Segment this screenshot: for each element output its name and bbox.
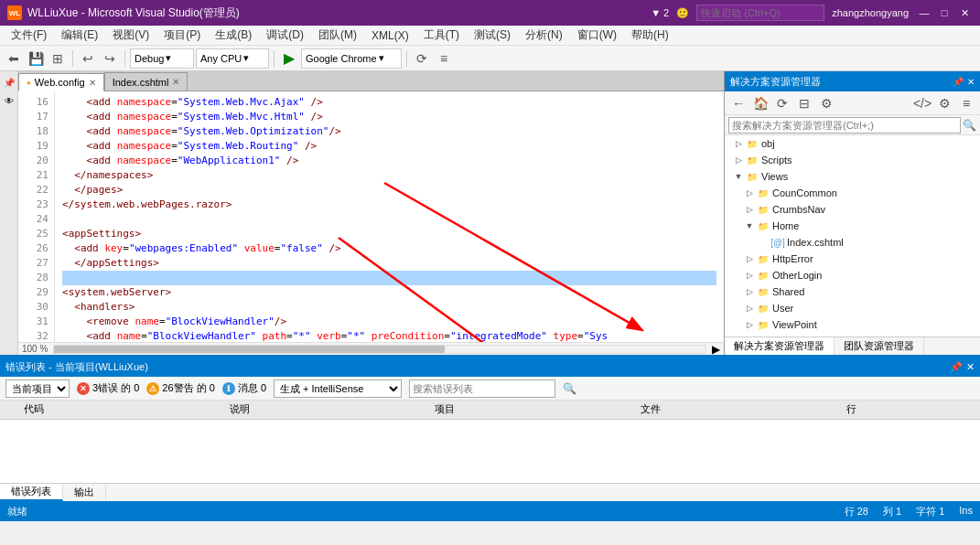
warning-badge[interactable]: ⚠ 26警告 的 0 bbox=[146, 381, 214, 395]
code-editor[interactable]: 1617181920 2122232425 2627282930 3132 <a… bbox=[18, 91, 724, 342]
menu-test[interactable]: 测试(S) bbox=[467, 26, 518, 46]
tree-label-otherlogin: OtherLogin bbox=[772, 270, 822, 281]
error-badge[interactable]: ✕ 3错误 的 0 bbox=[77, 381, 139, 395]
tab-indexcshtml[interactable]: Index.cshtml ✕ bbox=[104, 72, 188, 91]
scrollbar-thumb[interactable] bbox=[54, 346, 445, 353]
tree-item-shared[interactable]: ▷ 📁 Shared bbox=[725, 283, 980, 300]
menu-project[interactable]: 项目(P) bbox=[156, 26, 208, 46]
col-header-code[interactable]: 代码 bbox=[18, 401, 224, 419]
quick-launch-input[interactable] bbox=[696, 5, 824, 21]
tree-item-obj[interactable]: ▷ 📁 obj bbox=[725, 135, 980, 152]
solution-search-input[interactable] bbox=[728, 117, 961, 134]
panel-pin-btn[interactable]: 📌 bbox=[953, 77, 964, 87]
menu-debug[interactable]: 调试(D) bbox=[259, 26, 311, 46]
build-intellisense-select[interactable]: 生成 + IntelliSense bbox=[274, 379, 402, 398]
se-more-btn[interactable]: ≡ bbox=[956, 93, 976, 113]
close-button[interactable]: ✕ bbox=[956, 5, 973, 21]
col-header-file[interactable]: 文件 bbox=[635, 401, 841, 419]
error-panel-close[interactable]: ✕ bbox=[966, 361, 975, 373]
debug-dropdown[interactable]: Debug ▾ bbox=[130, 48, 194, 69]
code-content[interactable]: <add namespace="System.Web.Mvc.Ajax" /> … bbox=[55, 91, 724, 342]
tab-webconfig-close[interactable]: ✕ bbox=[89, 78, 96, 88]
panel-close-btn[interactable]: ✕ bbox=[967, 77, 975, 87]
folder-icon-shared: 📁 bbox=[756, 285, 770, 298]
tree-item-indexcshtml[interactable]: [@] Index.cshtml bbox=[725, 234, 980, 251]
menu-analyze[interactable]: 分析(N) bbox=[518, 26, 570, 46]
horizontal-scrollbar[interactable] bbox=[53, 345, 706, 354]
sidebar-icon-pin[interactable]: 📌 bbox=[2, 75, 16, 90]
tab-output[interactable]: 输出 bbox=[63, 484, 106, 501]
menu-team[interactable]: 团队(M) bbox=[311, 26, 364, 46]
col-header-project[interactable]: 项目 bbox=[429, 401, 635, 419]
toolbar-save-all[interactable]: ⊞ bbox=[48, 48, 68, 69]
menu-window[interactable]: 窗口(W) bbox=[570, 26, 624, 46]
tree-item-user[interactable]: ▷ 📁 User bbox=[725, 300, 980, 316]
maximize-button[interactable]: □ bbox=[936, 5, 953, 21]
menu-build[interactable]: 生成(B) bbox=[208, 26, 259, 46]
col-header-line[interactable]: 行 bbox=[841, 401, 980, 419]
se-settings-btn[interactable]: ⚙ bbox=[934, 93, 954, 113]
search-icon[interactable]: 🔍 bbox=[963, 119, 976, 132]
toolbar-more[interactable]: ≡ bbox=[434, 48, 454, 69]
tree-item-viewpoint[interactable]: ▷ 📁 ViewPoint bbox=[725, 316, 980, 333]
cpu-dropdown[interactable]: Any CPU ▾ bbox=[196, 48, 269, 69]
menu-view[interactable]: 视图(V) bbox=[105, 26, 156, 46]
toolbar-save[interactable]: 💾 bbox=[26, 48, 46, 69]
tree-item-crumbsnav[interactable]: ▷ 📁 CrumbsNav bbox=[725, 201, 980, 218]
tree-item-councommon[interactable]: ▷ 📁 CounCommon bbox=[725, 185, 980, 201]
se-home-btn[interactable]: 🏠 bbox=[750, 93, 770, 113]
start-button[interactable]: ▶ bbox=[279, 48, 299, 69]
se-back-btn[interactable]: ← bbox=[728, 93, 748, 113]
menu-help[interactable]: 帮助(H) bbox=[624, 26, 676, 46]
toolbar-redo[interactable]: ↪ bbox=[100, 48, 120, 69]
info-badge[interactable]: ℹ 消息 0 bbox=[222, 381, 266, 395]
solution-explorer-panel: 解决方案资源管理器 📌 ✕ ← 🏠 ⟳ ⊟ ⚙ </> ⚙ ≡ 🔍 ▷ 📁 bbox=[724, 71, 980, 355]
minimize-button[interactable]: — bbox=[916, 5, 932, 21]
error-search-input[interactable] bbox=[409, 379, 555, 398]
menu-file[interactable]: 文件(F) bbox=[4, 26, 54, 46]
debug-dropdown-arrow: ▾ bbox=[166, 52, 171, 64]
se-props-btn[interactable]: ⚙ bbox=[816, 93, 836, 113]
col-header-desc[interactable]: 说明 bbox=[224, 401, 430, 419]
tree-expand-viewpoint: ▷ bbox=[743, 320, 756, 329]
error-panel-pin[interactable]: 📌 bbox=[950, 361, 963, 373]
tab-webconfig[interactable]: ● Web.config ✕ bbox=[18, 73, 104, 91]
status-right: 行 28 列 1 字符 1 Ins bbox=[845, 505, 973, 518]
menu-xml[interactable]: XML(X) bbox=[364, 26, 416, 46]
sep-4 bbox=[406, 50, 407, 67]
warning-icon: ⚠ bbox=[146, 382, 159, 395]
se-code-btn[interactable]: </> bbox=[912, 93, 932, 113]
code-line-19: <add namespace="System.Web.Routing" /> bbox=[62, 139, 716, 154]
tree-item-scripts[interactable]: ▷ 📁 Scripts bbox=[725, 152, 980, 168]
toolbar-undo[interactable]: ↩ bbox=[78, 48, 98, 69]
tree-label-obj: obj bbox=[761, 138, 775, 149]
sep-2 bbox=[124, 50, 125, 67]
panel-tab-team[interactable]: 团队资源管理器 bbox=[835, 337, 924, 355]
panel-tab-solution[interactable]: 解决方案资源管理器 bbox=[725, 337, 835, 355]
tree-item-home[interactable]: ▼ 📁 Home bbox=[725, 218, 980, 234]
project-filter-select[interactable]: 当前项目 bbox=[5, 379, 70, 398]
toolbar-refresh[interactable]: ⟳ bbox=[412, 48, 432, 69]
tree-item-views[interactable]: ▼ 📁 Views bbox=[725, 168, 980, 185]
error-search-icon[interactable]: 🔍 bbox=[563, 382, 576, 395]
status-bar: 就绪 行 28 列 1 字符 1 Ins bbox=[0, 501, 980, 521]
tab-webconfig-label: Web.config bbox=[35, 77, 85, 88]
menu-tools[interactable]: 工具(T) bbox=[416, 26, 467, 46]
sidebar-icon-eye[interactable]: 👁 bbox=[2, 93, 16, 108]
tree-expand-crumbsnav: ▷ bbox=[743, 205, 756, 214]
code-line-32: <add name="BlockViewHandler" path="*" ve… bbox=[62, 329, 716, 342]
code-line-22: </pages> bbox=[62, 183, 716, 198]
tab-error-list[interactable]: 错误列表 bbox=[0, 484, 63, 501]
tab-indexcshtml-close[interactable]: ✕ bbox=[172, 77, 179, 87]
se-refresh-btn[interactable]: ⟳ bbox=[772, 93, 792, 113]
tree-item-otherlogin[interactable]: ▷ 📁 OtherLogin bbox=[725, 267, 980, 283]
chrome-dropdown[interactable]: Google Chrome ▾ bbox=[301, 48, 402, 69]
se-collapse-btn[interactable]: ⊟ bbox=[794, 93, 814, 113]
panel-titlebar-buttons: 📌 ✕ bbox=[953, 77, 975, 87]
status-insert: Ins bbox=[959, 505, 973, 518]
scroll-right-btn[interactable]: ▶ bbox=[712, 343, 720, 356]
toolbar-back[interactable]: ⬅ bbox=[4, 48, 24, 69]
error-table-container[interactable]: 代码 说明 项目 文件 行 bbox=[0, 401, 980, 483]
tree-item-httperror[interactable]: ▷ 📁 HttpError bbox=[725, 251, 980, 267]
menu-edit[interactable]: 编辑(E) bbox=[54, 26, 105, 46]
